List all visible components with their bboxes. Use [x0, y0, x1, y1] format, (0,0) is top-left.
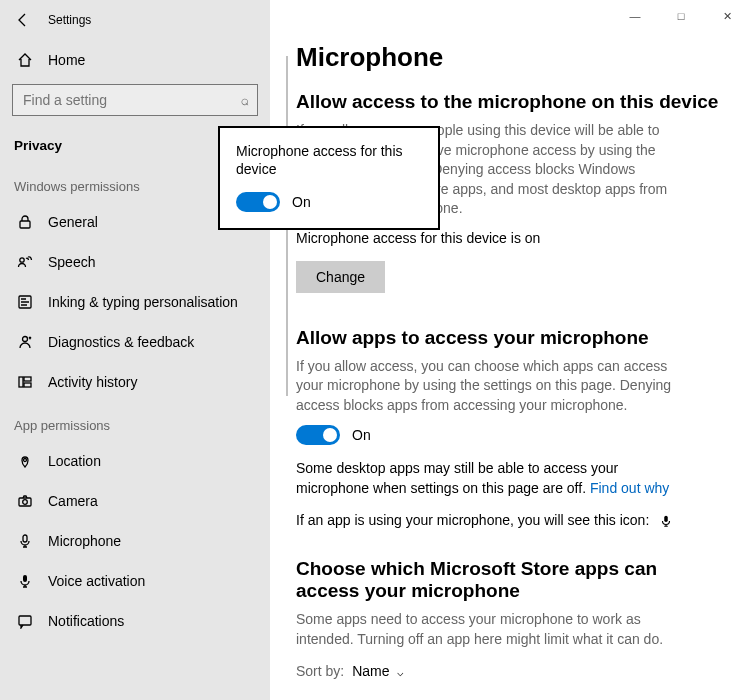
- icon-note: If an app is using your microphone, you …: [296, 511, 686, 531]
- sidebar: Settings Home ⌕ Privacy Windows permissi…: [0, 0, 270, 700]
- svg-point-1: [20, 258, 24, 262]
- device-access-status: Microphone access for this device is on: [296, 229, 686, 249]
- popup-title: Microphone access for this device: [236, 142, 422, 178]
- svg-rect-11: [23, 575, 27, 582]
- find-out-why-link[interactable]: Find out why: [590, 480, 669, 496]
- microphone-access-popup: Microphone access for this device On: [218, 126, 440, 230]
- section-body-store-apps: Some apps need to access your microphone…: [296, 610, 686, 649]
- sidebar-item-label: Activity history: [48, 374, 137, 390]
- svg-point-3: [23, 337, 28, 342]
- svg-rect-5: [24, 377, 31, 381]
- group-app-permissions: App permissions: [0, 402, 270, 441]
- page-title: Microphone: [296, 42, 750, 73]
- microphone-icon: [14, 533, 36, 549]
- sidebar-item-activity-history[interactable]: Activity history: [0, 362, 270, 402]
- history-icon: [14, 374, 36, 390]
- back-button[interactable]: [12, 9, 34, 31]
- section-title-store-apps: Choose which Microsoft Store apps can ac…: [296, 558, 676, 602]
- svg-rect-4: [19, 377, 23, 387]
- diagnostics-icon: [14, 334, 36, 350]
- svg-rect-6: [24, 383, 31, 387]
- microphone-indicator-icon: [653, 512, 673, 528]
- sort-label: Sort by:: [296, 663, 344, 679]
- svg-point-7: [24, 459, 27, 462]
- location-icon: [14, 453, 36, 469]
- main-content: Microphone Allow access to the microphon…: [296, 0, 750, 700]
- sidebar-item-label: Speech: [48, 254, 95, 270]
- sidebar-item-label: Location: [48, 453, 101, 469]
- apps-access-toggle[interactable]: [296, 425, 340, 445]
- notifications-icon: [14, 613, 36, 629]
- sidebar-item-label: Inking & typing personalisation: [48, 294, 238, 310]
- sidebar-item-label: Voice activation: [48, 573, 145, 589]
- section-body-apps-access: If you allow access, you can choose whic…: [296, 357, 686, 416]
- sidebar-item-notifications[interactable]: Notifications: [0, 601, 270, 641]
- sidebar-item-speech[interactable]: Speech: [0, 242, 270, 282]
- popup-toggle[interactable]: [236, 192, 280, 212]
- desktop-apps-note: Some desktop apps may still be able to a…: [296, 459, 686, 498]
- section-title-apps-access: Allow apps to access your microphone: [296, 327, 750, 349]
- camera-icon: [14, 493, 36, 509]
- lock-icon: [14, 214, 36, 230]
- sidebar-item-label: Notifications: [48, 613, 124, 629]
- sort-dropdown[interactable]: Name ⌵: [352, 663, 404, 679]
- svg-rect-12: [19, 616, 31, 625]
- search-box[interactable]: ⌕: [12, 84, 258, 116]
- chevron-down-icon: ⌵: [397, 666, 404, 678]
- speech-icon: [14, 254, 36, 270]
- sidebar-item-diagnostics[interactable]: Diagnostics & feedback: [0, 322, 270, 362]
- voice-activation-icon: [14, 573, 36, 589]
- svg-rect-10: [23, 535, 27, 542]
- sidebar-item-voice-activation[interactable]: Voice activation: [0, 561, 270, 601]
- app-title: Settings: [48, 13, 91, 27]
- sidebar-item-inking[interactable]: Inking & typing personalisation: [0, 282, 270, 322]
- sidebar-item-label: Microphone: [48, 533, 121, 549]
- search-icon: ⌕: [241, 92, 249, 108]
- sidebar-item-label: Home: [48, 52, 85, 68]
- sidebar-item-label: Camera: [48, 493, 98, 509]
- sidebar-item-home[interactable]: Home: [0, 40, 270, 80]
- apps-access-toggle-state: On: [352, 427, 371, 443]
- svg-point-9: [23, 500, 28, 505]
- home-icon: [14, 52, 36, 68]
- svg-rect-13: [664, 515, 668, 521]
- section-title-device-access: Allow access to the microphone on this d…: [296, 91, 750, 113]
- search-input[interactable]: [21, 91, 241, 109]
- popup-toggle-state: On: [292, 194, 311, 210]
- sidebar-item-location[interactable]: Location: [0, 441, 270, 481]
- sidebar-item-label: General: [48, 214, 98, 230]
- sidebar-item-microphone[interactable]: Microphone: [0, 521, 270, 561]
- inking-icon: [14, 294, 36, 310]
- sidebar-item-label: Diagnostics & feedback: [48, 334, 194, 350]
- change-button[interactable]: Change: [296, 261, 385, 293]
- sort-row: Sort by: Name ⌵: [296, 663, 750, 679]
- svg-rect-0: [20, 221, 30, 228]
- sidebar-item-camera[interactable]: Camera: [0, 481, 270, 521]
